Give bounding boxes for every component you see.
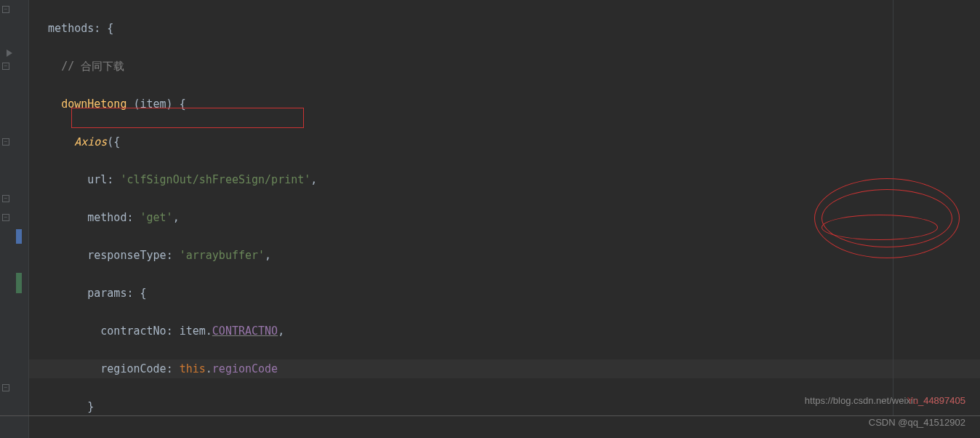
fold-marker[interactable]: − xyxy=(2,63,9,70)
fold-marker[interactable]: − xyxy=(2,214,9,221)
fold-marker[interactable]: − xyxy=(2,6,9,13)
separator-line xyxy=(0,415,980,416)
fold-marker[interactable]: − xyxy=(2,138,9,146)
fold-marker[interactable]: − xyxy=(2,195,9,202)
change-marker xyxy=(16,273,22,293)
axios-call: Axios xyxy=(74,135,107,148)
editor-gutter: − − − − − − xyxy=(0,0,29,438)
watermark-red-text: Yu_44897405 xyxy=(907,391,965,410)
run-gutter-icon[interactable] xyxy=(6,44,13,63)
watermark-csdn: CSDN @qq_41512902 xyxy=(869,413,965,432)
fold-marker[interactable]: − xyxy=(2,384,9,391)
responsetype-string: 'arraybuffer' xyxy=(180,249,265,262)
code-comment: // 合同下载 xyxy=(61,60,124,73)
method-name: downHetong xyxy=(61,97,126,111)
url-string: 'clfSignOut/shFreeSign/print' xyxy=(120,173,310,186)
change-marker xyxy=(16,229,22,244)
code-editor[interactable]: methods: { // 合同下载 downHetong (item) { A… xyxy=(29,0,980,438)
